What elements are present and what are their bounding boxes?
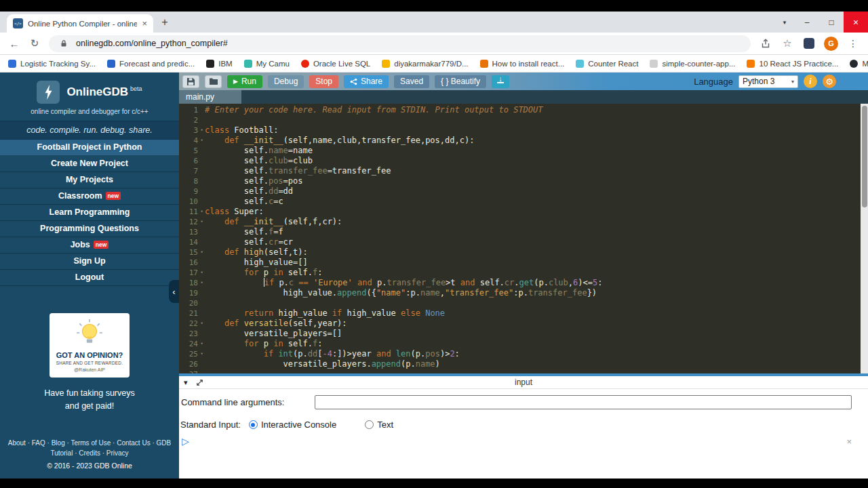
bookmark-item[interactable]: Forecast and predic... [107,60,195,68]
back-icon[interactable]: ← [8,38,20,49]
saved-button[interactable]: Saved [394,75,429,88]
tab-search-icon[interactable]: ▾ [774,12,795,33]
save-button[interactable] [182,75,199,88]
code-line[interactable]: def __init__(self,f,cr): [205,217,868,227]
collapse-panel-icon[interactable]: ▾ [184,378,188,387]
refresh-icon[interactable]: ↻ [28,37,41,49]
code-line[interactable]: self.club=club [205,156,868,166]
sidebar-item[interactable]: Programming Questions [0,221,179,237]
command-args-input[interactable] [315,395,852,409]
open-file-button[interactable] [205,75,222,88]
code-line[interactable]: versatile_players.append(p.name) [205,359,868,369]
fold-toggle-icon[interactable]: ▾ [199,268,205,278]
code-line[interactable]: for p in self.f: [205,339,868,349]
sidebar-item[interactable]: Logout [0,270,179,286]
sidebar-item[interactable]: Learn Programming [0,205,179,221]
bookmark-item[interactable]: simple-counter-app... [650,60,735,68]
code-line[interactable]: self.dd=dd [205,186,868,197]
interactive-console-radio[interactable] [249,420,258,429]
debug-button[interactable]: Debug [268,75,304,88]
fold-toggle-icon[interactable]: ▾ [199,125,205,136]
editor-scrollbar[interactable] [861,104,868,373]
interactive-console-label[interactable]: Interactive Console [261,420,336,430]
fold-toggle-icon[interactable]: ▾ [199,319,205,329]
lock-icon[interactable] [57,39,71,47]
sidebar-item[interactable]: Classroomnew [0,188,179,205]
code-line[interactable]: high_value=[] [205,258,868,268]
close-button[interactable]: × [844,12,868,33]
panel-close-icon[interactable]: × [846,436,852,447]
stop-button[interactable]: Stop [309,75,338,88]
code-line[interactable]: def versatile(self,year): [205,319,868,329]
code-line[interactable]: return high_value if high_value else Non… [205,308,868,319]
sidebar-item[interactable]: Football Project in Python [0,140,179,156]
share-button[interactable]: Share [344,75,389,88]
code-line[interactable]: self.name=name [205,146,868,156]
code-line[interactable]: self.c=c [205,197,868,207]
maximize-button[interactable]: □ [819,12,844,33]
code-line[interactable]: if int(p.dd[-4:])>year and len(p.pos)>2: [205,349,868,359]
sidebar-item[interactable]: Jobsnew [0,237,179,253]
code-line[interactable]: def high(self,t): [205,247,868,258]
scrollbar-thumb[interactable] [862,106,867,207]
url-text[interactable]: onlinegdb.com/online_python_compiler# [76,39,228,48]
sidebar-collapse-handle[interactable]: ‹ [169,280,179,303]
fold-toggle-icon[interactable]: ▾ [199,278,205,288]
code-line[interactable]: for p in self.f: [205,268,868,278]
bookmark-item[interactable]: IBM [206,60,232,68]
extension-icon[interactable] [802,38,816,49]
bookmark-item[interactable]: MahirAsrani/BoxOff... [850,60,868,68]
fold-toggle-icon[interactable]: ▾ [199,207,205,217]
tab-close-icon[interactable]: × [142,18,147,28]
code-line[interactable]: # Enter your code here. Read input from … [205,105,868,115]
minimize-button[interactable]: – [795,12,819,33]
bookmark-item[interactable]: Logistic Tracking Sy... [8,60,96,68]
fold-toggle-icon[interactable]: ▾ [199,349,205,359]
code-line[interactable]: self.f=f [205,227,868,237]
sidebar-item[interactable]: Sign Up [0,253,179,270]
editor-code[interactable]: # Enter your code here. Read input from … [205,104,868,373]
bookmark-item[interactable]: Oracle Live SQL [301,60,370,68]
browser-tab[interactable]: </> Online Python Compiler - online × [7,14,153,33]
code-line[interactable]: high_value.append({"name":p.name,"transf… [205,288,868,298]
ad-card[interactable]: GOT AN OPINION? SHARE AND GET REWARDED. … [50,313,130,378]
bookmark-item[interactable]: diyakarmakar779/D... [382,60,468,68]
console-play-icon[interactable]: ▷ [182,436,189,447]
omnibox[interactable]: onlinegdb.com/online_python_compiler# [49,35,751,52]
code-line[interactable]: if p.c == 'Europe' and p.transfer_fee>t … [205,278,868,288]
language-select[interactable]: Python 3 ▾ [738,75,798,88]
share-page-icon[interactable] [759,38,772,49]
code-line[interactable]: self.cr=cr [205,237,868,247]
sidebar-item[interactable]: Create New Project [0,156,179,172]
code-line[interactable] [205,298,868,308]
download-button[interactable]: ↓ [492,75,509,88]
text-radio[interactable] [365,420,374,429]
profile-avatar[interactable]: G [824,37,838,51]
fold-toggle-icon[interactable]: ▾ [199,339,205,349]
code-line[interactable]: class Football: [205,125,868,136]
sidebar-item[interactable]: My Projects [0,172,179,188]
text-label[interactable]: Text [377,420,393,430]
code-line[interactable]: class Super: [205,207,868,217]
code-line[interactable]: self.transfer_fee=transfer_fee [205,166,868,176]
expand-panel-icon[interactable] [196,379,203,386]
new-tab-button[interactable]: + [156,14,174,31]
run-button[interactable]: ▶ Run [227,75,262,88]
bookmark-star-icon[interactable]: ☆ [781,37,794,49]
footer-links[interactable]: Tutorial · Credits · Privacy [0,448,179,458]
beautify-button[interactable]: { } Beautify [435,75,486,88]
code-line[interactable]: self.pos=pos [205,176,868,186]
file-tab-mainpy[interactable]: main.py [179,90,241,104]
fold-toggle-icon[interactable]: ▾ [199,247,205,258]
bookmark-item[interactable]: How to install react... [480,60,565,68]
code-line[interactable]: def __init__(self,name,club,transfer_fee… [205,136,868,146]
browser-menu-icon[interactable]: ⋮ [846,38,860,49]
settings-gear-button[interactable]: ⚙ [823,75,836,88]
bookmark-item[interactable]: Counter React [576,60,638,68]
fold-toggle-icon[interactable]: ▾ [199,217,205,227]
code-line[interactable] [205,369,868,373]
info-button[interactable]: i [804,75,817,88]
footer-links[interactable]: About · FAQ · Blog · Terms of Use · Cont… [0,438,179,448]
fold-toggle-icon[interactable]: ▾ [199,136,205,146]
code-line[interactable] [205,115,868,125]
